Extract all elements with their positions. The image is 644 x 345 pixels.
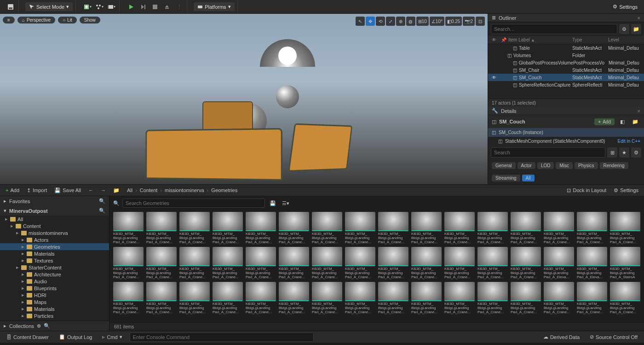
tree-item[interactable]: ▸Materials [0,250,109,257]
eye-icon[interactable]: 👁 [492,37,496,42]
outliner-tab[interactable]: ≣ Outliner × [488,14,644,22]
search-icon[interactable]: 🔍 [99,208,105,214]
asset-thumbnail[interactable]: KB3D_MTM_BldgLgLandingPad_A_Crane... [179,247,210,279]
asset-thumbnail[interactable]: KB3D_MTM_BldgLgLandingPad_A_Crane... [246,282,276,314]
outliner-row[interactable]: ◫ GlobalPostProcessVolumePostProcessVoMi… [488,59,644,66]
outliner-row[interactable]: 👁◫ SM_CouchStaticMeshActMinimal_Defau [488,74,644,81]
add-content-icon[interactable]: ▾ [82,2,92,12]
tree-item[interactable]: ▸HDRI [0,292,109,298]
asset-thumbnail[interactable]: KB3D_MTM_BldgLgLandingPad_A_Crane... [146,212,177,244]
asset-thumbnail[interactable]: KB3D_MTM_BldgLgLandingPad_A_Crane... [345,247,375,279]
tree-item[interactable]: ▸Content [0,222,109,229]
asset-thumbnail[interactable]: KB3D_MTM_BldgLgLandingPad_A_Crane... [213,212,243,244]
tree-item[interactable]: ▸Maps [0,298,109,305]
asset-thumbnail[interactable]: KB3D_MTM_BldgLgLandingPad_A_Crane... [213,282,243,314]
viewport-menu-button[interactable]: ≡ [3,17,15,23]
outliner-search-input[interactable] [491,24,617,34]
category-chip[interactable]: Misc [556,162,573,169]
asset-thumbnail[interactable]: KB3D_MTM_BldgLgLandingPad_A_Crane... [279,212,309,244]
asset-thumbnail[interactable]: KB3D_MTM_BldgLgLandingPad_A_Crane... [246,247,276,279]
console-input[interactable] [130,333,314,342]
play-options-icon[interactable]: ⋮ [174,2,184,12]
show-button[interactable]: Show [80,17,100,23]
category-chip[interactable]: Physics [575,162,598,169]
settings-button[interactable]: ⚙ Settings [609,2,641,11]
tree-item[interactable]: ▸StarterContent [0,264,109,271]
asset-thumbnail[interactable]: KB3D_MTM_BldgLgLandingPad_A_Crane... [477,282,508,314]
derived-data-button[interactable]: ☁Derived Data [540,333,582,341]
asset-thumbnail[interactable]: KB3D_MTM_BldgLgLandingPad_A_Crane... [279,282,309,314]
asset-thumbnail[interactable]: KB3D_MTM_BldgLgLandingPad_A_Crane... [577,212,607,244]
lit-button[interactable]: ○Lit [58,17,77,23]
asset-thumbnail[interactable]: KB3D_MTM_BldgLgLandingPad_A_Crane... [345,282,375,314]
add-folder-icon[interactable]: 📁 [631,24,641,34]
outliner-row[interactable]: ◫ VolumesFolder [488,52,644,59]
history-fwd-icon[interactable]: → [99,187,108,194]
scale-tool-icon[interactable]: ⤢ [386,17,395,26]
add-button[interactable]: +Add [4,187,21,194]
eject-icon[interactable] [162,2,172,12]
asset-thumbnail[interactable]: KB3D_MTM_BldgLgLandingPad_A_Crane... [246,212,276,244]
sort-icon[interactable]: ▴ [532,37,534,42]
rotate-tool-icon[interactable]: ⟲ [376,17,385,26]
asset-thumbnail[interactable]: KB3D_MTM_BldgLgLandingPad_A_Crane... [444,282,475,314]
category-chip[interactable]: Rendering [600,162,628,169]
asset-thumbnail[interactable]: KB3D_MTM_BldgLgLandingPad_A_Crane... [378,212,408,244]
add-icon[interactable]: ⊕ [37,323,41,329]
asset-thumbnail[interactable]: KB3D_MTM_BldgLgLandingPad_A_Crane... [511,282,541,314]
asset-thumbnail[interactable]: KB3D_MTM_BldgLgLandingPad_A_Crane... [610,212,640,244]
cmd-button[interactable]: ▹Cmd ▾ [99,333,125,341]
tree-item[interactable]: ▸All [0,216,109,222]
platforms-button[interactable]: Platforms ▾ [194,2,234,11]
asset-thumbnail[interactable]: KB3D_MTM_BldgLgLandingPad_A_Crane... [544,212,574,244]
camera-speed-button[interactable]: 📷 2 [463,17,475,26]
asset-thumbnail[interactable]: KB3D_MTM_BldgLgLandingPad_A_Crane... [146,247,177,279]
collections-header[interactable]: ▸Collections⊕🔍 [0,321,109,331]
tree-item[interactable]: ▸missiontominerva [0,229,109,236]
asset-thumbnail[interactable]: KB3D_MTM_BldgLgLandingPad_A_Crane... [279,247,309,279]
asset-thumbnail[interactable]: KB3D_MTM_BldgLgLandingPad_A_Crane... [345,212,375,244]
blueprint-icon[interactable]: ◧ [617,117,627,127]
asset-thumbnail[interactable]: KB3D_MTM_BldgLgLandingPad_A_Crane... [213,247,243,279]
breadcrumb-item[interactable]: Geometries [209,187,239,194]
asset-thumbnail[interactable]: KB3D_MTM_BldgLgLandingPad_A_Crane... [477,247,508,279]
favorite-icon[interactable]: ★ [619,147,629,158]
asset-thumbnail[interactable]: KB3D_MTM_BldgLgLandingPad_A_Crane... [312,282,342,314]
maximize-icon[interactable]: ⊡ [476,17,485,26]
content-drawer-button[interactable]: 🗄Content Drawer [4,333,52,341]
category-chip[interactable]: LOD [537,162,554,169]
folder-icon[interactable]: 📁 [111,187,121,194]
tree-item[interactable]: ▸Audio [0,278,109,285]
category-chip[interactable]: Actor [518,162,535,169]
details-tab[interactable]: 🔧 Details × [488,107,644,115]
search-icon[interactable]: 🔍 [99,198,105,204]
scale-snap-button[interactable]: ◧ 0.25 [445,17,462,26]
stop-icon[interactable] [150,2,160,12]
component-row[interactable]: ◫ StaticMeshComponent (StaticMeshCompone… [488,137,644,146]
asset-thumbnail[interactable]: KB3D_MTM_BldgLgLandingPad_A_Crane... [511,247,541,279]
asset-thumbnail[interactable]: KB3D_MTM_BldgLgLandingPad_A_Crane... [378,247,408,279]
breadcrumb-item[interactable]: Content [138,187,160,194]
asset-thumbnail[interactable]: KB3D_MTM_BldgLgLandingPad_A_Eleva... [544,247,574,279]
asset-search-input[interactable] [122,199,265,208]
details-search-input[interactable] [491,147,605,158]
tree-item[interactable]: ▸Architecture [0,271,109,278]
asset-thumbnail[interactable]: KB3D_MTM_BldgLgLandingPad_A_Crane... [312,212,342,244]
breadcrumb-item[interactable]: All [125,187,134,194]
save-search-icon[interactable]: 💾 [268,198,278,208]
tree-item[interactable]: ▸Materials [0,305,109,312]
asset-thumbnail[interactable]: KB3D_MTM_BldgLgLandingPad_A_Eleva... [577,247,607,279]
category-chip[interactable]: All [522,175,535,181]
asset-thumbnail[interactable]: KB3D_MTM_BldgLgLandingPad_A_Crane... [179,212,210,244]
asset-thumbnail[interactable]: KB3D_MTM_BldgLgLandingPad_A_Crane... [511,212,541,244]
asset-thumbnail[interactable]: KB3D_MTM_BldgLgLandingPad_A_Crane... [378,282,408,314]
asset-thumbnail[interactable]: KB3D_MTM_BldgLgLandingPad_A_Crane... [610,282,640,314]
coord-toggle-icon[interactable]: ⊕ [396,17,405,26]
surface-snap-icon[interactable]: ◍ [406,17,415,26]
asset-thumbnail[interactable]: KB3D_MTM_BldgLgLandingPad_A_Crane... [113,247,144,279]
category-chip[interactable]: General [492,162,516,169]
select-mode-button[interactable]: Select Mode ▾ [25,2,73,11]
angle-snap-button[interactable]: ∠ 10° [430,17,444,26]
outliner-row[interactable]: ◫ SphereReflectionCaptureSphereReflectiM… [488,81,644,88]
history-back-icon[interactable]: ← [86,187,95,194]
